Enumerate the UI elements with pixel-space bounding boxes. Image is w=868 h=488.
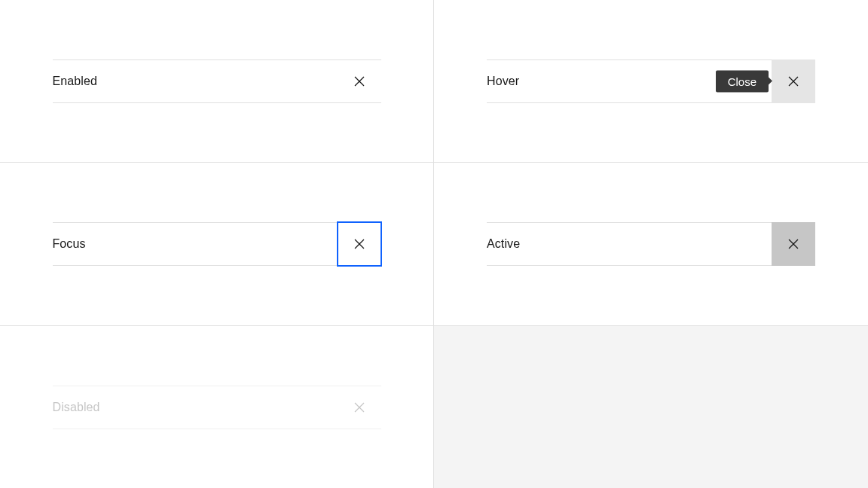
close-button-focus[interactable] — [338, 222, 381, 266]
field-hover: Hover Close — [487, 59, 815, 103]
cell-empty — [434, 326, 868, 488]
field-focus: Focus — [53, 222, 381, 266]
close-icon — [354, 402, 365, 413]
label-active: Active — [487, 237, 520, 251]
close-icon — [354, 239, 365, 249]
close-button-hover[interactable]: Close — [772, 59, 815, 103]
cell-enabled: Enabled — [0, 0, 434, 163]
close-icon — [354, 76, 365, 87]
label-enabled: Enabled — [53, 75, 97, 88]
label-hover: Hover — [487, 75, 519, 88]
cell-hover: Hover Close — [434, 0, 868, 163]
field-enabled: Enabled — [53, 59, 381, 103]
close-icon — [788, 239, 799, 249]
close-icon — [788, 76, 799, 87]
cell-focus: Focus — [0, 163, 434, 326]
cell-disabled: Disabled — [0, 326, 434, 488]
close-button-enabled[interactable] — [338, 59, 381, 103]
states-grid: Enabled Hover Close Focus — [0, 0, 868, 488]
close-button-active[interactable] — [772, 222, 815, 266]
label-disabled: Disabled — [53, 401, 100, 414]
cell-active: Active — [434, 163, 868, 326]
tooltip-close: Close — [716, 70, 769, 92]
tooltip-text: Close — [728, 75, 756, 87]
field-disabled: Disabled — [53, 386, 381, 429]
label-focus: Focus — [53, 237, 86, 251]
close-button-disabled — [338, 386, 381, 429]
field-active: Active — [487, 222, 815, 266]
